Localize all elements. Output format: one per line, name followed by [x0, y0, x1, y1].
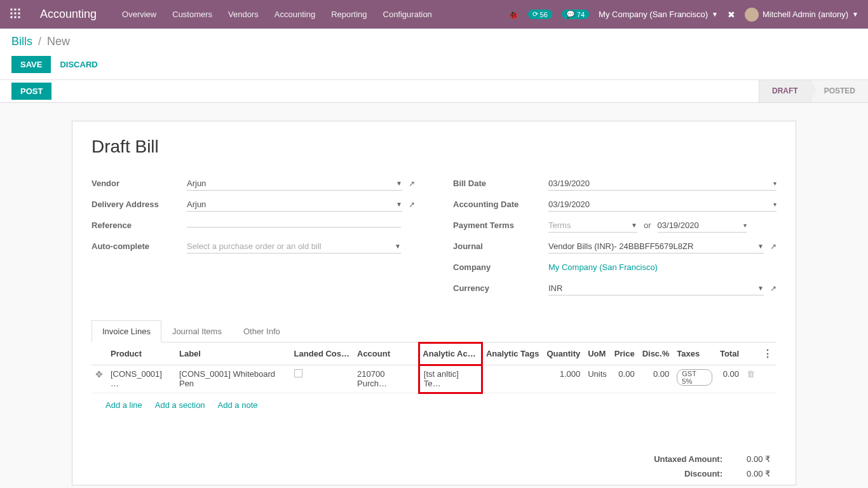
- chevron-down-icon[interactable]: ▼: [396, 201, 402, 208]
- chevron-down-icon[interactable]: ▾: [773, 180, 776, 187]
- tools-icon[interactable]: ✖: [728, 10, 735, 20]
- status-posted[interactable]: POSTED: [811, 80, 868, 102]
- reference-field[interactable]: [187, 223, 401, 227]
- cell-quantity[interactable]: 1.000: [543, 365, 584, 393]
- autocomplete-placeholder: Select a purchase order or an old bill: [187, 241, 322, 251]
- checkbox-landed[interactable]: [294, 369, 302, 377]
- chevron-down-icon[interactable]: ▼: [396, 180, 402, 187]
- table-row[interactable]: ✥ [CONS_0001] … [CONS_0001] Whiteboard P…: [92, 365, 776, 393]
- chevron-down-icon[interactable]: ▼: [757, 285, 764, 292]
- th-quantity[interactable]: Quantity: [543, 342, 584, 365]
- tab-invoice-lines[interactable]: Invoice Lines: [92, 320, 161, 342]
- post-button[interactable]: POST: [11, 83, 51, 100]
- external-link-icon[interactable]: ↗: [770, 242, 776, 251]
- form-columns: Vendor Arjun ▼ ↗ Delivery Address Arjun …: [92, 175, 776, 301]
- or-text: or: [644, 220, 651, 230]
- th-total[interactable]: Total: [716, 342, 743, 365]
- cell-landed[interactable]: [290, 365, 353, 393]
- th-product[interactable]: Product: [107, 342, 175, 365]
- svg-rect-2: [18, 9, 20, 11]
- vendor-field[interactable]: Arjun ▼: [187, 177, 402, 191]
- kebab-icon[interactable]: ⋮: [763, 348, 773, 359]
- breadcrumb-current: New: [47, 35, 70, 48]
- nav-reporting[interactable]: Reporting: [331, 10, 367, 19]
- chevron-down-icon[interactable]: ▼: [631, 222, 637, 229]
- tab-other-info[interactable]: Other Info: [233, 320, 291, 342]
- invoice-lines-table: Product Label Landed Cos… Account Analyt…: [92, 342, 776, 394]
- save-button[interactable]: SAVE: [11, 56, 51, 73]
- svg-rect-1: [15, 9, 17, 11]
- th-disc[interactable]: Disc.%: [639, 342, 674, 365]
- autocomplete-field[interactable]: Select a purchase order or an old bill ▼: [187, 240, 401, 254]
- external-link-icon[interactable]: ↗: [409, 200, 415, 209]
- label-vendor: Vendor: [92, 179, 187, 188]
- external-link-icon[interactable]: ↗: [770, 284, 776, 293]
- discount-value: 0.00 ₹: [738, 469, 770, 478]
- cell-disc[interactable]: 0.00: [639, 365, 674, 393]
- discard-button[interactable]: DISCARD: [60, 60, 97, 69]
- delivery-field[interactable]: Arjun ▼: [187, 198, 402, 212]
- cell-price[interactable]: 0.00: [611, 365, 639, 393]
- accounting-date-value: 03/19/2020: [548, 200, 590, 209]
- label-journal: Journal: [453, 241, 548, 251]
- th-uom[interactable]: UoM: [584, 342, 611, 365]
- add-note-link[interactable]: Add a note: [218, 400, 258, 410]
- add-line-link[interactable]: Add a line: [105, 400, 142, 410]
- cell-total[interactable]: 0.00: [716, 365, 743, 393]
- cell-label[interactable]: [CONS_0001] Whiteboard Pen: [175, 365, 290, 393]
- bug-icon[interactable]: 🐞: [508, 10, 519, 20]
- currency-field[interactable]: INR ▼: [548, 281, 764, 295]
- due-date-field[interactable]: 03/19/2020 ▾: [658, 219, 747, 233]
- untaxed-label: Untaxed Amount:: [646, 454, 722, 464]
- nav-accounting[interactable]: Accounting: [275, 10, 315, 19]
- journal-field[interactable]: Vendor Bills (INR)- 24BBBFF5679L8ZR ▼: [548, 240, 764, 254]
- company-value[interactable]: My Company (San Francisco): [548, 262, 658, 272]
- chevron-down-icon[interactable]: ▾: [773, 201, 776, 208]
- nav-configuration[interactable]: Configuration: [383, 10, 432, 19]
- th-taxes[interactable]: Taxes: [673, 342, 716, 365]
- cell-analytic-tags[interactable]: [482, 365, 543, 393]
- th-analytic-account[interactable]: Analytic Ac…: [419, 342, 482, 365]
- external-link-icon[interactable]: ↗: [409, 179, 415, 188]
- drag-handle-icon[interactable]: ✥: [95, 369, 103, 379]
- trash-icon[interactable]: 🗑: [747, 369, 755, 379]
- th-landed[interactable]: Landed Cos…: [290, 342, 353, 365]
- company-switcher[interactable]: My Company (San Francisco) ▼: [599, 10, 718, 19]
- accounting-date-field[interactable]: 03/19/2020 ▾: [548, 198, 776, 212]
- bill-date-value: 03/19/2020: [548, 179, 590, 188]
- add-links: Add a line Add a section Add a note: [92, 394, 776, 416]
- add-section-link[interactable]: Add a section: [155, 400, 205, 410]
- due-date-value: 03/19/2020: [658, 220, 699, 230]
- svg-rect-5: [18, 13, 20, 15]
- bill-date-field[interactable]: 03/19/2020 ▾: [548, 177, 776, 191]
- breadcrumb-root[interactable]: Bills: [11, 35, 32, 48]
- cell-taxes[interactable]: GST 5%: [673, 365, 716, 393]
- discount-label: Discount:: [646, 469, 722, 478]
- messages-badge[interactable]: 💬 74: [562, 10, 589, 19]
- nav-overview[interactable]: Overview: [122, 10, 156, 19]
- chevron-down-icon: ▼: [852, 11, 858, 18]
- activity-badge[interactable]: ⟳ 56: [528, 10, 552, 19]
- th-analytic-tags[interactable]: Analytic Tags: [482, 342, 543, 365]
- tax-chip[interactable]: GST 5%: [677, 369, 712, 386]
- th-label[interactable]: Label: [175, 342, 290, 365]
- cell-uom[interactable]: Units: [584, 365, 611, 393]
- chevron-down-icon[interactable]: ▼: [395, 243, 401, 250]
- topbar-right: 🐞 ⟳ 56 💬 74 My Company (San Francisco) ▼…: [508, 8, 858, 22]
- apps-icon[interactable]: [10, 8, 21, 21]
- terms-field[interactable]: Terms ▼: [548, 219, 637, 233]
- chevron-down-icon[interactable]: ▾: [743, 222, 747, 229]
- app-title[interactable]: Accounting: [40, 8, 97, 21]
- cell-account[interactable]: 210700 Purch…: [353, 365, 419, 393]
- form-col-right: Bill Date 03/19/2020 ▾ Accounting Date 0…: [453, 175, 776, 301]
- user-menu[interactable]: Mitchell Admin (antony) ▼: [745, 8, 858, 22]
- nav-customers[interactable]: Customers: [172, 10, 212, 19]
- nav-vendors[interactable]: Vendors: [228, 10, 259, 19]
- cell-analytic-account[interactable]: [tst anltic] Te…: [419, 365, 482, 393]
- tab-journal-items[interactable]: Journal Items: [161, 320, 233, 342]
- cell-product[interactable]: [CONS_0001] …: [107, 365, 175, 393]
- chevron-down-icon[interactable]: ▼: [757, 243, 764, 250]
- th-account[interactable]: Account: [353, 342, 419, 365]
- status-draft[interactable]: DRAFT: [759, 80, 811, 102]
- th-price[interactable]: Price: [611, 342, 639, 365]
